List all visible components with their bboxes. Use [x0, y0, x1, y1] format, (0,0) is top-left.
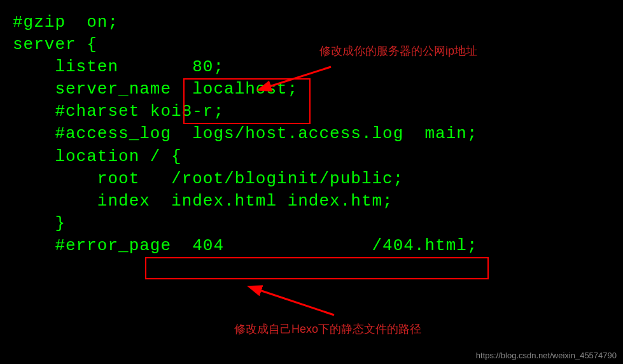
code-line-index: index index.html index.htm; [13, 190, 610, 213]
code-line-gzip: #gzip on; [13, 11, 610, 34]
highlight-box-root-path [145, 257, 489, 279]
code-line-location: location / { [13, 146, 610, 168]
code-line-server: server { [13, 34, 610, 56]
code-line-listen: listen 80; [13, 56, 610, 78]
code-line-root: root /root/bloginit/public; [13, 168, 610, 190]
code-line-charset: #charset koi8-r; [13, 101, 610, 123]
watermark-text: https://blog.csdn.net/weixin_45574790 [476, 351, 617, 360]
arrow-bottom-icon [245, 283, 347, 321]
svg-line-3 [258, 290, 334, 315]
code-line-access-log: #access_log logs/host.access.log main; [13, 123, 610, 145]
annotation-hexo-path: 修改成自己Hexo下的静态文件的路径 [234, 321, 421, 337]
annotation-server-ip: 修改成你的服务器的公网ip地址 [319, 43, 477, 59]
code-line-server-name: server_name localhost; [13, 78, 610, 101]
code-line-error-page: #error_page 404 /404.html; [13, 235, 610, 257]
code-line-close-brace: } [13, 213, 610, 235]
